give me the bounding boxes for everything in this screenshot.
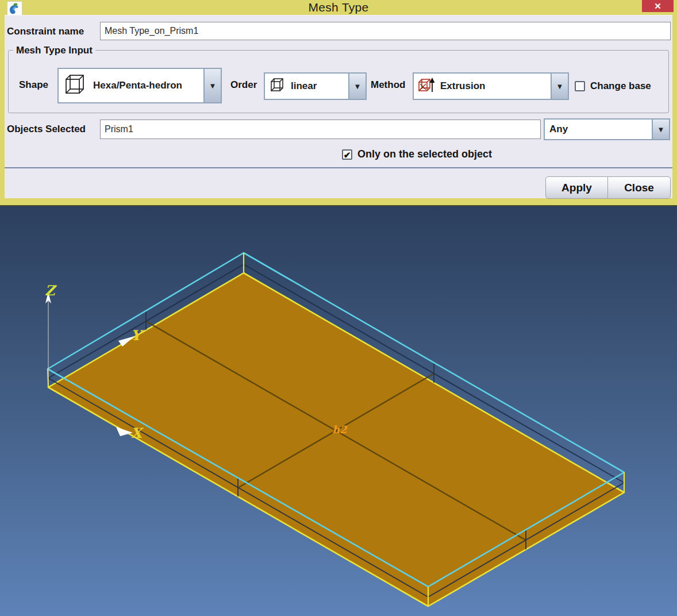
- linear-cube-icon: [270, 76, 285, 96]
- close-button[interactable]: Close: [608, 176, 671, 199]
- shape-value: Hexa/Penta-hedron: [93, 80, 182, 91]
- prism-scene: Z Y X h2: [0, 206, 677, 616]
- group-title: Mesh Type Input: [13, 45, 95, 56]
- only-selected-checkbox[interactable]: ✔: [342, 149, 352, 160]
- shape-combobox[interactable]: Hexa/Penta-hedron ▼: [57, 68, 222, 103]
- constraint-name-input[interactable]: [100, 22, 671, 40]
- dialog-separator: [5, 167, 672, 168]
- method-dropdown-arrow-icon[interactable]: ▼: [551, 74, 568, 99]
- 3d-viewport[interactable]: Z Y X h2: [0, 205, 677, 616]
- change-base-label: Change base: [590, 80, 651, 92]
- order-combobox[interactable]: linear ▼: [264, 72, 367, 100]
- order-label: Order: [230, 79, 257, 91]
- filter-dropdown-arrow-icon[interactable]: ▼: [652, 120, 669, 139]
- filter-value: Any: [545, 124, 568, 135]
- mesh-type-dialog: Constraint name Mesh Type Input Shape He…: [5, 15, 672, 198]
- apply-button[interactable]: Apply: [545, 176, 608, 199]
- method-label: Method: [371, 79, 405, 91]
- mesh-type-input-group: Mesh Type Input Shape Hexa/Penta-hedron …: [8, 50, 669, 113]
- change-base-checkbox[interactable]: [575, 81, 585, 91]
- order-dropdown-arrow-icon[interactable]: ▼: [348, 74, 366, 99]
- order-value: linear: [291, 80, 317, 92]
- hexahedron-cube-icon: [63, 72, 86, 99]
- window-frame: [672, 15, 677, 199]
- filter-combobox[interactable]: Any ▼: [544, 118, 670, 140]
- only-selected-label: Only on the selected object: [357, 148, 492, 160]
- window-frame: [0, 15, 5, 199]
- close-window-button[interactable]: ✕: [642, 0, 674, 12]
- z-axis-label: Z: [45, 282, 57, 299]
- constraint-name-label: Constraint name: [7, 26, 84, 37]
- shape-label: Shape: [19, 79, 48, 91]
- method-value: Extrusion: [440, 80, 485, 92]
- mesh-size-label: h2: [332, 424, 348, 436]
- title-bar: Mesh Type: [0, 0, 677, 15]
- objects-selected-label: Objects Selected: [7, 124, 86, 135]
- app-bird-icon: [7, 1, 22, 17]
- method-combobox[interactable]: Extrusion ▼: [413, 72, 569, 100]
- objects-selected-input[interactable]: [100, 120, 541, 139]
- window-frame: [0, 198, 677, 205]
- window-title: Mesh Type: [0, 1, 677, 14]
- shape-dropdown-arrow-icon[interactable]: ▼: [203, 69, 221, 102]
- extrusion-icon: [417, 76, 437, 97]
